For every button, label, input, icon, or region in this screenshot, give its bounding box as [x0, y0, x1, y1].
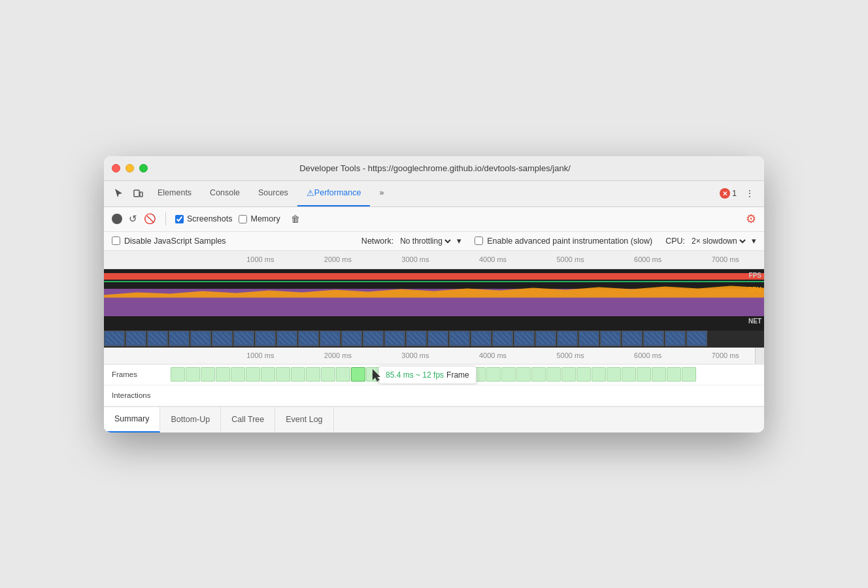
frame-block: [216, 367, 230, 382]
advanced-paint-label[interactable]: Enable advanced paint instrumentation (s…: [475, 237, 652, 246]
tab-sources[interactable]: Sources: [249, 181, 297, 206]
frame-block: [321, 367, 335, 382]
screenshot-thumb: [104, 331, 125, 346]
window-title: Developer Tools - https://googlechrome.g…: [114, 163, 756, 173]
screenshots-checkbox[interactable]: [175, 215, 184, 223]
frame-block: [637, 367, 651, 382]
screenshots-checkbox-label[interactable]: Screenshots: [175, 214, 232, 223]
memory-checkbox[interactable]: [239, 215, 247, 223]
interactions-content: [169, 385, 764, 406]
screenshot-thumb: [190, 331, 211, 346]
frame-block: [246, 367, 260, 382]
fps-green-line: [104, 281, 764, 282]
frame-block: [291, 367, 305, 382]
screenshot-thumb: [535, 331, 556, 346]
ruler-tick-2000: 2000 ms: [299, 351, 377, 359]
tab-event-log[interactable]: Event Log: [275, 407, 333, 433]
frames-row[interactable]: Frames: [104, 365, 764, 385]
screenshot-thumb: [665, 331, 686, 346]
screenshot-thumb: [557, 331, 578, 346]
device-mode-icon[interactable]: [129, 184, 147, 203]
tab-more[interactable]: »: [370, 181, 393, 206]
frame-block: [501, 367, 516, 382]
screenshot-thumb: [169, 331, 190, 346]
settings-icon[interactable]: ⚙: [746, 212, 756, 226]
ruler-tick-7000: 7000 ms: [686, 351, 764, 359]
frame-block: [561, 367, 576, 382]
frame-block: [336, 367, 350, 382]
cpu-chevron-icon: ▾: [752, 236, 756, 246]
frames-content[interactable]: 85.4 ms ~ 12 fps Frame: [169, 365, 764, 385]
screenshot-thumb: [449, 331, 470, 346]
clear-icon[interactable]: 🚫: [144, 213, 156, 225]
cpu-select[interactable]: 2× slowdown 4× slowdown No throttling: [689, 236, 748, 246]
screenshot-thumb: [427, 331, 448, 346]
cpu-dropdown-row: CPU: 2× slowdown 4× slowdown No throttli…: [665, 236, 756, 246]
screenshot-thumb: [363, 331, 384, 346]
cpu-yellow-bar: [104, 285, 764, 298]
screenshot-thumb: [276, 331, 297, 346]
interactions-row[interactable]: Interactions: [104, 385, 764, 406]
ruler-tick-5000: 5000 ms: [531, 351, 609, 359]
screenshot-thumb: [471, 331, 492, 346]
tab-call-tree[interactable]: Call Tree: [221, 407, 275, 433]
frame-block: [186, 367, 200, 382]
tab-performance[interactable]: ⚠ Performance: [297, 181, 371, 206]
cpu-area: CPU: [104, 284, 764, 316]
advanced-paint-checkbox[interactable]: [475, 237, 483, 245]
screenshot-thumb: [341, 331, 362, 346]
frame-tooltip: 85.4 ms ~ 12 fps Frame: [378, 366, 476, 384]
screenshot-thumb: [212, 331, 233, 346]
delete-icon[interactable]: 🗑: [291, 214, 300, 224]
frame-block: [622, 367, 636, 382]
ruler-tick-6000: 6000 ms: [609, 351, 687, 359]
net-label: NET: [748, 318, 761, 325]
record-button[interactable]: [112, 214, 122, 224]
disable-js-checkbox[interactable]: [112, 237, 120, 245]
frames-label: Frames: [104, 370, 169, 378]
scroll-indicator[interactable]: [755, 348, 764, 364]
options-bar: Disable JavaScript Samples Network: No t…: [104, 232, 764, 251]
error-badge[interactable]: ✕ 1: [720, 188, 737, 199]
screenshot-thumb: [125, 331, 146, 346]
tick-3000: 3000 ms: [376, 255, 454, 263]
screenshot-thumb: [643, 331, 664, 346]
timeline-ruler: 1000 ms 2000 ms 3000 ms 4000 ms 5000 ms …: [104, 348, 764, 365]
frame-block: [306, 367, 320, 382]
tab-console[interactable]: Console: [201, 181, 249, 206]
tick-4000: 4000 ms: [454, 255, 532, 263]
screenshot-thumb: [147, 331, 168, 346]
tab-elements[interactable]: Elements: [148, 181, 201, 206]
devtools-window: Developer Tools - https://googlechrome.g…: [104, 156, 764, 433]
tick-6000: 6000 ms: [609, 255, 687, 263]
screenshot-thumb: [600, 331, 621, 346]
warning-icon: ⚠: [307, 188, 314, 198]
tab-summary[interactable]: Summary: [104, 407, 160, 433]
separator: [165, 212, 166, 225]
frame-block: [546, 367, 561, 382]
reload-icon[interactable]: ↺: [129, 213, 137, 225]
bottom-tabs: Summary Bottom-Up Call Tree Event Log: [104, 406, 764, 433]
controls-bar: ↺ 🚫 Screenshots Memory 🗑 ⚙: [104, 207, 764, 232]
more-options-icon[interactable]: ⋮: [741, 184, 759, 203]
frame-block-selected: [351, 367, 365, 382]
screenshot-thumb: [492, 331, 513, 346]
screenshot-thumb: [233, 331, 254, 346]
screenshot-thumb: [686, 331, 707, 346]
cpu-label: CPU: [748, 286, 761, 293]
svg-rect-0: [134, 190, 139, 197]
net-area: NET: [104, 316, 764, 331]
tick-7000: 7000 ms: [686, 255, 764, 263]
network-select[interactable]: No throttling Fast 3G Slow 3G: [397, 236, 453, 246]
screenshot-thumb: [384, 331, 405, 346]
cursor-icon[interactable]: [109, 184, 127, 203]
ruler-tick-3000: 3000 ms: [376, 351, 454, 359]
minimap[interactable]: FPS CPU NET: [104, 269, 764, 348]
memory-checkbox-label[interactable]: Memory: [239, 214, 280, 223]
tab-bottom-up[interactable]: Bottom-Up: [160, 407, 221, 433]
screenshot-thumb: [298, 331, 319, 346]
tooltip-fps-text: 85.4 ms ~ 12 fps: [386, 370, 444, 380]
tooltip-frame-text: Frame: [446, 370, 469, 380]
frame-block: [231, 367, 245, 382]
disable-js-label[interactable]: Disable JavaScript Samples: [112, 237, 226, 246]
